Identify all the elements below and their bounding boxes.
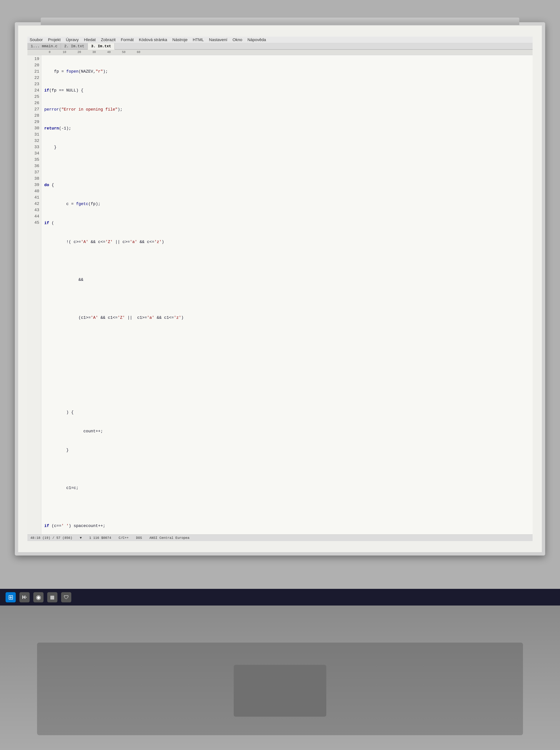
line-num-21: 21 (27, 68, 39, 75)
ide-window: Soubor Projekt Úpravy Hledat Zobrazit Fo… (27, 37, 533, 541)
menu-format[interactable]: Formát (121, 37, 134, 42)
code-line-28: !( c>='A' && c<='Z' || c>='a' && c<='z') (44, 239, 533, 245)
menu-projekt[interactable]: Projekt (48, 37, 61, 42)
menu-napoveda[interactable]: Nápověda (247, 37, 266, 42)
menu-bar: Soubor Projekt Úpravy Hledat Zobrazit Fo… (27, 37, 533, 43)
line-num-23: 23 (27, 81, 39, 87)
ruler-mark-50: 50 (116, 51, 131, 54)
laptop-touchpad (234, 665, 326, 717)
menu-okno[interactable]: Okno (233, 37, 242, 42)
ruler: 0 10 20 30 40 50 60 (27, 50, 533, 55)
code-line-32: (c1>='A' && c1<='Z' || c1>='a' && c1<='z… (44, 315, 533, 321)
menu-nastroje[interactable]: Nástroje (173, 37, 187, 42)
ruler-mark-60: 60 (131, 51, 146, 54)
code-line-24 (44, 163, 533, 170)
code-line-36 (44, 390, 533, 397)
code-line-43: if (c==' ') spacecount++; (44, 523, 533, 529)
line-num-39: 39 (27, 182, 39, 188)
status-cursor: 1 116 $0074 (89, 536, 111, 540)
line-num-30: 30 (27, 125, 39, 132)
code-line-37: ) { (44, 409, 533, 416)
code-line-39: } (44, 447, 533, 453)
code-line-27: if ( (44, 220, 533, 226)
laptop-base (0, 598, 560, 750)
ruler-mark-30: 30 (87, 51, 101, 54)
line-num-44: 44 (27, 213, 39, 220)
ruler-mark-10: 10 (57, 51, 72, 54)
code-line-31 (44, 296, 533, 302)
code-line-38: count++; (44, 428, 533, 435)
status-position: 48:18 (19) / 57 (856) (31, 536, 73, 540)
line-num-20: 20 (27, 62, 39, 68)
taskbar: ⊞ H· ◉ ▦ 🛡 (0, 589, 560, 606)
status-language: C/C++ (119, 536, 128, 540)
code-line-22: return(-1); (44, 125, 533, 132)
line-num-31: 31 (27, 132, 39, 138)
code-line-19: fp = fopen(NAZEV,"r"); (44, 68, 533, 75)
file-explorer-icon[interactable]: ▦ (47, 592, 57, 603)
code-line-42 (44, 504, 533, 510)
line-num-27: 27 (27, 106, 39, 113)
code-line-30: && (44, 277, 533, 283)
code-line-35 (44, 371, 533, 378)
shield-icon[interactable]: 🛡 (61, 592, 71, 603)
ruler-mark-20: 20 (72, 51, 87, 54)
menu-kodova[interactable]: Kódová stránka (139, 37, 167, 42)
menu-html[interactable]: HTML (193, 37, 204, 42)
code-line-29 (44, 258, 533, 264)
code-line-40 (44, 466, 533, 472)
line-num-35: 35 (27, 157, 39, 163)
status-bar: 48:18 (19) / 57 (856) ▼ 1 116 $0074 C/C+… (27, 534, 533, 541)
line-numbers: 19 20 21 22 23 24 25 26 27 28 29 30 31 3… (27, 55, 41, 534)
line-num-43: 43 (27, 207, 39, 213)
line-num-37: 37 (27, 169, 39, 176)
code-content[interactable]: fp = fopen(NAZEV,"r"); if(fp == NULL) { … (41, 55, 533, 534)
code-line-26: c = fgetc(fp); (44, 201, 533, 208)
line-num-19: 19 (27, 56, 39, 62)
status-arrow: ▼ (80, 536, 82, 540)
line-num-32: 32 (27, 138, 39, 144)
menu-upravy[interactable]: Úpravy (66, 37, 79, 42)
code-line-33 (44, 334, 533, 340)
line-num-24: 24 (27, 87, 39, 94)
code-line-23: } (44, 144, 533, 151)
code-line-21: perror("Error in opening file"); (44, 106, 533, 113)
line-num-45: 45 (27, 220, 39, 226)
code-line-41: c1=c; (44, 485, 533, 491)
line-num-38: 38 (27, 176, 39, 182)
line-num-34: 34 (27, 151, 39, 157)
windows-icon[interactable]: ⊞ (5, 592, 16, 603)
line-num-26: 26 (27, 100, 39, 106)
line-num-41: 41 (27, 195, 39, 201)
line-num-29: 29 (27, 119, 39, 125)
status-charset: ANSI Central Europea (149, 536, 189, 540)
code-line-25: do { (44, 182, 533, 189)
status-encoding: DOS (136, 536, 142, 540)
line-num-25: 25 (27, 94, 39, 100)
line-num-28: 28 (27, 113, 39, 119)
line-num-36: 36 (27, 163, 39, 169)
ruler-mark-40: 40 (101, 51, 116, 54)
menu-zobrazit[interactable]: Zobrazit (101, 37, 116, 42)
code-line-34 (44, 353, 533, 359)
tab-3[interactable]: 3. Im.txt (88, 43, 115, 50)
edge-icon[interactable]: H· (19, 592, 29, 603)
chrome-icon[interactable]: ◉ (33, 592, 43, 603)
projector-screen: Soubor Projekt Úpravy Hledat Zobrazit Fo… (15, 22, 545, 555)
menu-hledat[interactable]: Hledat (84, 37, 96, 42)
line-num-40: 40 (27, 188, 39, 195)
code-area[interactable]: 19 20 21 22 23 24 25 26 27 28 29 30 31 3… (27, 55, 533, 534)
projector-bar (41, 18, 519, 25)
menu-soubor[interactable]: Soubor (29, 37, 43, 42)
tab-1[interactable]: 1... mmain.c (27, 43, 61, 49)
line-num-42: 42 (27, 201, 39, 207)
ruler-mark-0: 0 (42, 51, 57, 54)
line-num-33: 33 (27, 144, 39, 151)
tab-2[interactable]: 2. Im.txt (61, 43, 88, 49)
menu-nastaveni[interactable]: Nastavení (209, 37, 227, 42)
code-line-20: if(fp == NULL) { (44, 87, 533, 94)
line-num-22: 22 (27, 75, 39, 81)
tab-bar: 1... mmain.c 2. Im.txt 3. Im.txt (27, 43, 533, 50)
